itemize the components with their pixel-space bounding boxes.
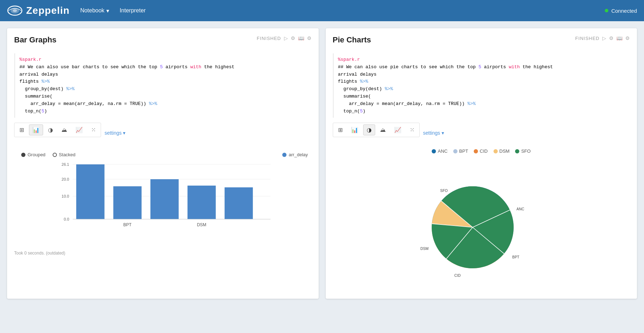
- bar-chart-legend: Grouped Stacked arr_delay: [21, 152, 308, 157]
- viz-pie-btn[interactable]: ◑: [45, 124, 57, 135]
- pie-charts-code: %spark.r ## We can also use pie charts t…: [333, 53, 630, 118]
- bar-took-text: Took 0 seconds. (outdated): [14, 251, 312, 256]
- pie-chart-svg: ANCBPTCIDDSMSFO: [410, 164, 552, 285]
- nav-interpreter-label: Interpreter: [120, 7, 146, 14]
- legend-grouped-dot: [21, 153, 25, 157]
- pie-cid-label: CID: [480, 148, 488, 154]
- pie-anc-dot: [432, 149, 436, 153]
- header-right: Connected: [605, 8, 637, 14]
- bar-settings-btn[interactable]: settings ▾: [105, 130, 125, 136]
- svg-text:0.0: 0.0: [64, 217, 69, 221]
- pie-viz-area-btn[interactable]: ⛰: [377, 125, 389, 135]
- bar-graphs-settings-icon[interactable]: ⚙: [307, 35, 312, 41]
- bar-chart-svg: 26.1 20.0 10.0 0.0 BPT DSM: [21, 161, 308, 239]
- pie-legend-sfo: SFO: [515, 148, 531, 154]
- bar-graphs-run-icon[interactable]: ▷: [284, 35, 288, 41]
- bar-graphs-sync-icon[interactable]: ⚙: [291, 35, 295, 41]
- pie-viz-bar-btn[interactable]: 📊: [348, 124, 362, 135]
- connected-label: Connected: [611, 8, 637, 14]
- pie-charts-book-icon[interactable]: 📖: [616, 35, 622, 41]
- pie-viz-table-btn[interactable]: ⊞: [335, 124, 346, 135]
- pie-legend-bpt: BPT: [453, 148, 468, 154]
- logo-text: Zeppelin: [26, 5, 70, 16]
- viz-scatter-btn[interactable]: ⁙: [88, 124, 99, 135]
- connected-indicator: [605, 9, 608, 12]
- pie-label-dsm: DSM: [420, 247, 429, 251]
- pie-legend-anc: ANC: [432, 148, 447, 154]
- bar-graphs-code: %spark.r ## We can also use bar charts t…: [14, 53, 312, 118]
- nav-notebook-label: Notebook: [80, 7, 105, 14]
- viz-line-btn[interactable]: 📈: [72, 124, 86, 135]
- pie-sfo-label: SFO: [521, 148, 531, 154]
- nav-notebook[interactable]: Notebook ▾: [80, 7, 109, 14]
- bar-bpt[interactable]: [113, 186, 142, 219]
- legend-grouped: Grouped: [21, 152, 46, 157]
- bar-anc[interactable]: [76, 164, 105, 219]
- viz-bar-btn[interactable]: 📊: [29, 124, 43, 135]
- pie-viz-toolbar-row: ⊞ 📊 ◑ ⛰ 📈 ⁙ settings ▾: [333, 123, 630, 143]
- pie-charts-cell: Pie Charts FINISHED ▷ ⚙ 📖 ⚙ %spark.r ## …: [326, 28, 637, 299]
- legend-stacked-label: Stacked: [59, 152, 76, 157]
- legend-stacked: Stacked: [53, 152, 76, 157]
- pie-settings-label: settings: [423, 130, 440, 136]
- pie-viz-pie-btn[interactable]: ◑: [363, 124, 375, 135]
- legend-stacked-dot: [53, 153, 57, 157]
- pie-charts-run-icon[interactable]: ▷: [602, 35, 606, 41]
- bar-graphs-status: FINISHED: [257, 36, 281, 41]
- pie-viz-line-btn[interactable]: 📈: [391, 124, 405, 135]
- bar-graphs-header: Bar Graphs FINISHED ▷ ⚙ 📖 ⚙: [14, 35, 312, 50]
- pie-cid-dot: [474, 149, 478, 153]
- legend-grouped-label: Grouped: [28, 152, 46, 157]
- app-header: Zeppelin Notebook ▾ Interpreter Connecte…: [0, 0, 644, 21]
- main-content: Bar Graphs FINISHED ▷ ⚙ 📖 ⚙ %spark.r ## …: [0, 21, 644, 306]
- nav-interpreter[interactable]: Interpreter: [120, 7, 146, 14]
- svg-text:BPT: BPT: [123, 222, 132, 227]
- svg-text:DSM: DSM: [197, 222, 206, 227]
- svg-point-2: [13, 9, 17, 12]
- pie-label-bpt: BPT: [512, 255, 520, 259]
- bar-settings-chevron: ▾: [123, 130, 125, 136]
- bar-graphs-book-icon[interactable]: 📖: [298, 35, 304, 41]
- pie-charts-status: FINISHED: [575, 36, 599, 41]
- pie-label-anc: ANC: [516, 207, 524, 211]
- svg-text:10.0: 10.0: [61, 194, 69, 198]
- bar-viz-toolbar: ⊞ 📊 ◑ ⛰ 📈 ⁙: [14, 123, 101, 137]
- bar-graphs-cell: Bar Graphs FINISHED ▷ ⚙ 📖 ⚙ %spark.r ## …: [7, 28, 319, 299]
- svg-text:20.0: 20.0: [61, 177, 69, 181]
- bar-chart-area: Grouped Stacked arr_delay: [14, 148, 312, 244]
- pie-bpt-label: BPT: [459, 148, 468, 154]
- pie-viz-toolbar: ⊞ 📊 ◑ ⛰ 📈 ⁙: [333, 123, 420, 137]
- viz-area-btn[interactable]: ⛰: [58, 125, 71, 135]
- pie-label-cid: CID: [454, 274, 461, 278]
- bar-cid[interactable]: [150, 179, 179, 219]
- bar-sfo[interactable]: [225, 187, 253, 219]
- pie-settings-chevron: ▾: [442, 130, 444, 136]
- bar-viz-toolbar-row: ⊞ 📊 ◑ ⛰ 📈 ⁙ settings ▾: [14, 123, 312, 143]
- bar-dsm[interactable]: [188, 186, 216, 219]
- pie-anc-label: ANC: [438, 148, 447, 154]
- pie-legend-cid: CID: [474, 148, 488, 154]
- bar-graphs-controls: FINISHED ▷ ⚙ 📖 ⚙: [257, 35, 312, 41]
- svg-text:26.1: 26.1: [61, 162, 69, 166]
- pie-dsm-label: DSM: [500, 148, 510, 154]
- viz-table-btn[interactable]: ⊞: [16, 124, 28, 135]
- legend-arr-delay: arr_delay: [282, 152, 308, 157]
- pie-settings-btn[interactable]: settings ▾: [423, 130, 444, 136]
- pie-charts-settings-icon[interactable]: ⚙: [625, 35, 630, 41]
- pie-legend-dsm: DSM: [494, 148, 510, 154]
- pie-bpt-dot: [453, 149, 457, 153]
- pie-charts-controls: FINISHED ▷ ⚙ 📖 ⚙: [575, 35, 630, 41]
- legend-arr-delay-dot: [282, 153, 286, 157]
- pie-chart-legend: ANC BPT CID DSM SFO: [333, 148, 630, 154]
- bar-settings-label: settings: [105, 130, 122, 136]
- logo[interactable]: Zeppelin: [7, 5, 70, 17]
- header-left: Zeppelin Notebook ▾ Interpreter: [7, 5, 146, 17]
- pie-label-sfo: SFO: [440, 189, 448, 193]
- pie-dsm-dot: [494, 149, 498, 153]
- pie-charts-sync-icon[interactable]: ⚙: [609, 35, 614, 41]
- pie-sfo-dot: [515, 149, 519, 153]
- pie-charts-title: Pie Charts: [333, 35, 371, 45]
- pie-viz-scatter-btn[interactable]: ⁙: [406, 124, 418, 135]
- bar-graphs-title: Bar Graphs: [14, 35, 57, 45]
- zeppelin-logo-icon: [7, 5, 23, 17]
